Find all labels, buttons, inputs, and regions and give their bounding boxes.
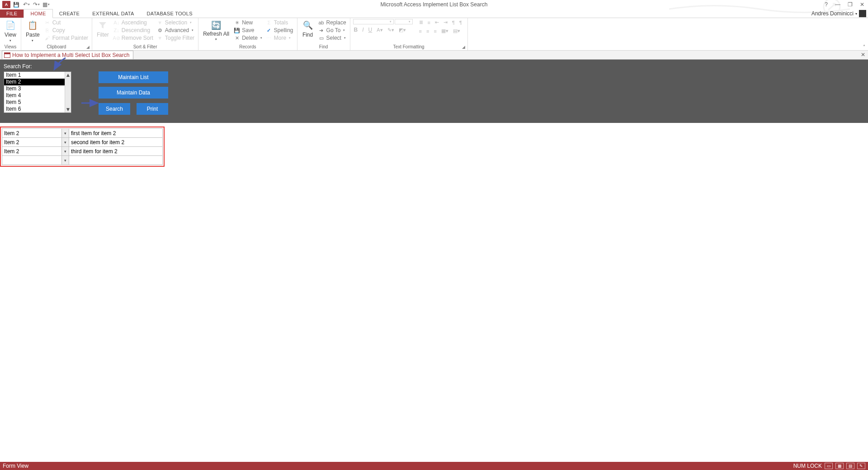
save-record-button[interactable]: 💾Save — [233, 27, 263, 34]
ltr-button[interactable]: ¶ — [451, 19, 456, 26]
listbox-scrollbar[interactable]: ▲ ▼ — [65, 72, 71, 113]
dropdown-icon[interactable]: ▾ — [61, 138, 69, 146]
align-left-button[interactable]: ≡ — [418, 28, 423, 34]
result-desc-cell[interactable] — [69, 156, 163, 165]
textformat-dialog-launcher[interactable]: ◢ — [462, 45, 467, 49]
tab-database-tools[interactable]: DATABASE TOOLS — [141, 9, 199, 18]
view-layout-button[interactable]: ▤ — [846, 463, 854, 469]
listbox-item[interactable]: Item 4 — [4, 92, 65, 99]
more-button[interactable]: ⋯More▾ — [265, 34, 294, 42]
ribbon-collapse-button[interactable]: ˄ — [863, 44, 865, 49]
numbering-button[interactable]: ≡ — [427, 19, 431, 26]
bold-button[interactable]: B — [353, 26, 359, 33]
alt-row-button[interactable]: ▤▾ — [452, 28, 461, 34]
align-center-button[interactable]: ≡ — [425, 28, 430, 34]
table-row: ▾ — [2, 156, 163, 165]
tab-external-data[interactable]: EXTERNAL DATA — [86, 9, 140, 18]
font-combo[interactable]: ▾ — [353, 19, 394, 24]
maintain-list-button[interactable]: Maintain List — [99, 71, 168, 83]
rtl-button[interactable]: ¶ — [458, 19, 463, 26]
qat-redo-button[interactable]: ↷▾ — [32, 0, 41, 9]
advanced-button[interactable]: ⚙Advanced▾ — [156, 27, 195, 34]
search-button[interactable]: Search — [99, 103, 130, 115]
cut-button[interactable]: ✂Cut — [43, 19, 89, 26]
restore-button[interactable]: ❐ — [846, 1, 854, 8]
tab-file[interactable]: FILE — [0, 9, 24, 18]
view-button[interactable]: 📄 View ▾ — [3, 19, 18, 43]
listbox-item[interactable]: Item 5 — [4, 99, 65, 106]
view-form-button[interactable]: ▭ — [825, 463, 833, 469]
format-painter-button[interactable]: 🖌Format Painter — [43, 34, 89, 42]
listbox-item[interactable]: Item 2 — [4, 79, 65, 85]
qat-undo-button[interactable]: ↶▾ — [22, 0, 31, 9]
highlight-button[interactable]: ✎▾ — [387, 26, 395, 33]
replace-button[interactable]: abReplace — [317, 19, 347, 26]
new-record-button[interactable]: ✳New — [233, 19, 263, 26]
select-button[interactable]: ▭Select▾ — [317, 34, 347, 42]
filter-button[interactable]: Filter — [95, 19, 111, 39]
clipboard-dialog-launcher[interactable]: ◢ — [86, 45, 91, 49]
select-icon: ▭ — [318, 35, 325, 41]
dropdown-icon[interactable]: ▾ — [61, 156, 69, 164]
undo-icon: ↶ — [23, 1, 28, 8]
listbox-item[interactable]: Item 1 — [4, 72, 65, 79]
minimize-button[interactable]: — — [833, 1, 842, 8]
listbox-item[interactable]: Item 6 — [4, 106, 65, 113]
descending-button[interactable]: Z↓Descending — [113, 27, 154, 34]
delete-icon: ✕ — [234, 35, 240, 41]
underline-button[interactable]: U — [368, 26, 373, 33]
copy-button[interactable]: ⎘Copy — [43, 27, 89, 34]
scroll-up-icon[interactable]: ▲ — [66, 72, 71, 78]
tab-home[interactable]: HOME — [24, 9, 52, 18]
paste-button[interactable]: 📋 Paste ▾ — [24, 19, 42, 43]
remove-sort-button[interactable]: A⊘Remove Sort — [113, 34, 154, 42]
toggle-filter-button[interactable]: ▼Toggle Filter — [156, 34, 195, 42]
gridlines-button[interactable]: ▦▾ — [440, 28, 449, 34]
qat-save-button[interactable]: 💾 — [12, 0, 21, 9]
dropdown-icon[interactable]: ▾ — [61, 129, 69, 137]
align-right-button[interactable]: ≡ — [433, 28, 437, 34]
document-tab[interactable]: How to Implement a Multi Select List Box… — [2, 51, 133, 59]
goto-button[interactable]: ➜Go To▾ — [317, 27, 347, 34]
listbox-item[interactable]: Item 3 — [4, 85, 65, 92]
delete-record-button[interactable]: ✕Delete▾ — [233, 34, 263, 42]
result-combo-cell[interactable]: Item 2▾ — [2, 129, 69, 138]
tab-create[interactable]: CREATE — [53, 9, 86, 18]
qat-customize-button[interactable]: ▦▾ — [42, 0, 51, 9]
totals-button[interactable]: ΣTotals — [265, 19, 294, 26]
find-button[interactable]: 🔍 Find — [300, 19, 316, 39]
result-desc-cell[interactable]: third item for item 2 — [69, 147, 163, 156]
view-datasheet-button[interactable]: ▦ — [835, 463, 844, 469]
result-desc-cell[interactable]: second item for item 2 — [69, 138, 163, 147]
remove-sort-icon: A⊘ — [113, 35, 120, 41]
close-button[interactable]: ✕ — [858, 1, 866, 8]
refresh-all-button[interactable]: 🔄 Refresh All ▾ — [201, 19, 231, 42]
ribbon-group-clipboard: 📋 Paste ▾ ✂Cut ⎘Copy 🖌Format Painter Cli… — [21, 18, 92, 50]
selection-button[interactable]: ▼Selection▾ — [156, 19, 195, 26]
result-combo-cell[interactable]: ▾ — [2, 156, 69, 165]
indent-dec-button[interactable]: ⇤ — [434, 19, 440, 26]
print-button[interactable]: Print — [137, 103, 168, 115]
search-listbox[interactable]: Item 1Item 2Item 3Item 4Item 5Item 6 ▲ ▼ — [4, 71, 71, 113]
italic-button[interactable]: I — [361, 26, 364, 33]
result-combo-cell[interactable]: Item 2▾ — [2, 138, 69, 147]
spelling-button[interactable]: ✓Spelling — [265, 27, 294, 34]
result-combo-cell[interactable]: Item 2▾ — [2, 147, 69, 156]
bullets-button[interactable]: ≣ — [418, 19, 424, 26]
indent-inc-button[interactable]: ⇥ — [443, 19, 448, 26]
group-label: Records — [201, 44, 294, 50]
scroll-down-icon[interactable]: ▼ — [66, 106, 71, 113]
font-color-button[interactable]: A▾ — [376, 26, 383, 33]
goto-label: Go To — [326, 27, 341, 33]
fill-button[interactable]: ◩▾ — [398, 26, 407, 33]
dropdown-icon[interactable]: ▾ — [61, 147, 69, 155]
result-desc-cell[interactable]: first Item for item 2 — [69, 129, 163, 138]
selection-label: Selection — [165, 19, 187, 26]
document-close-button[interactable]: ✕ — [861, 52, 865, 58]
ascending-button[interactable]: A↓Ascending — [113, 19, 154, 26]
help-button[interactable]: ? — [823, 1, 830, 8]
fontsize-combo[interactable]: ▾ — [395, 19, 413, 24]
maintain-data-button[interactable]: Maintain Data — [99, 87, 168, 99]
user-area[interactable]: Andres Dominicci ▾ — [811, 10, 866, 17]
view-design-button[interactable]: ✎ — [857, 463, 865, 469]
